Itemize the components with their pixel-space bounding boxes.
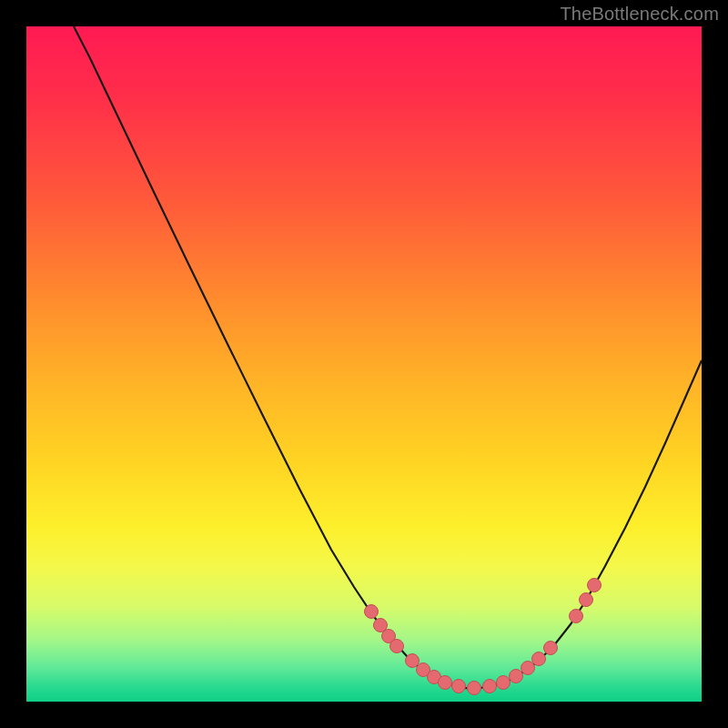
watermark-text: TheBottleneck.com: [560, 4, 719, 25]
data-dot: [570, 610, 583, 623]
plot-area: [26, 26, 702, 702]
chart-svg: [26, 26, 702, 702]
frame: TheBottleneck.com: [0, 0, 728, 728]
data-dot: [365, 605, 379, 619]
data-dot: [544, 642, 558, 655]
data-dot: [510, 670, 523, 683]
data-dot: [390, 640, 404, 653]
data-dot: [468, 682, 481, 695]
data-dot: [483, 680, 497, 693]
data-dot: [452, 680, 466, 693]
data-dots: [365, 579, 602, 695]
data-dot: [580, 593, 593, 607]
data-dot: [532, 652, 546, 666]
data-dot: [497, 676, 511, 690]
data-dot: [406, 654, 420, 668]
data-dot: [439, 676, 452, 690]
data-dot: [588, 579, 602, 592]
data-dot: [521, 662, 535, 675]
bottleneck-curve: [74, 26, 702, 689]
